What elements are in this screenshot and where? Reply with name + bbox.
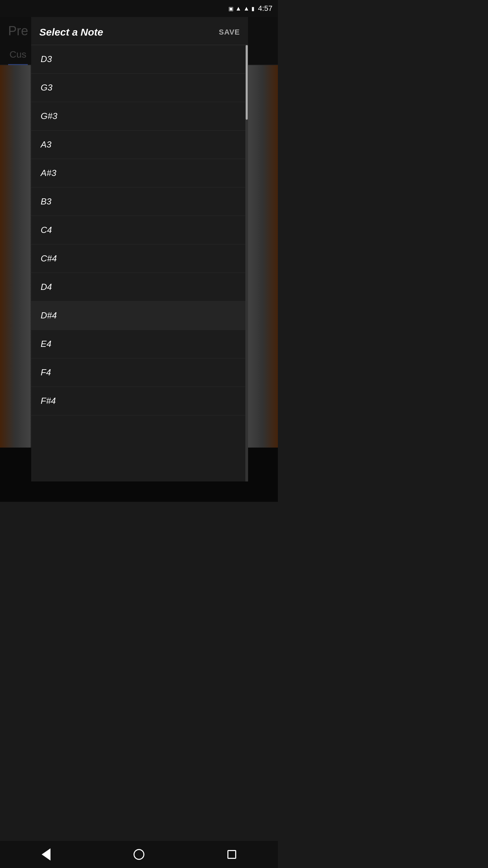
dialog-content: D3G3G#3A3A#3B3C4C#4D4D#4E4F4F#4 xyxy=(31,45,248,481)
note-item[interactable]: E4 xyxy=(31,330,245,358)
note-item[interactable]: C4 xyxy=(31,216,245,244)
note-item[interactable]: D4 xyxy=(31,273,245,301)
select-note-dialog: Select a Note SAVE D3G3G#3A3A#3B3C4C#4D4… xyxy=(31,17,248,481)
note-item[interactable]: A3 xyxy=(31,131,245,159)
status-icons: ▣ ▲ ▲ ▮ 4:57 xyxy=(228,4,272,13)
note-item[interactable]: F#4 xyxy=(31,387,245,415)
dialog-header: Select a Note SAVE xyxy=(31,17,248,45)
status-bar: ▣ ▲ ▲ ▮ 4:57 xyxy=(0,0,278,17)
note-item[interactable]: A#3 xyxy=(31,159,245,188)
scrollbar-track xyxy=(245,45,248,481)
notes-list[interactable]: D3G3G#3A3A#3B3C4C#4D4D#4E4F4F#4 xyxy=(31,45,245,481)
signal-icon: ▲ xyxy=(243,5,249,12)
note-item[interactable]: G3 xyxy=(31,74,245,102)
note-item[interactable]: F4 xyxy=(31,358,245,387)
note-item[interactable]: D#4 xyxy=(31,301,245,330)
dialog-title: Select a Note xyxy=(39,26,103,38)
note-item[interactable]: G#3 xyxy=(31,102,245,131)
wifi-icon: ▲ xyxy=(236,5,242,12)
note-item[interactable]: B3 xyxy=(31,188,245,216)
note-item[interactable]: D3 xyxy=(31,45,245,74)
status-time: 4:57 xyxy=(258,4,272,13)
sd-icon: ▣ xyxy=(228,5,233,12)
scrollbar-thumb[interactable] xyxy=(246,45,248,120)
save-button[interactable]: SAVE xyxy=(219,28,240,37)
battery-icon: ▮ xyxy=(251,5,255,12)
note-item[interactable]: C#4 xyxy=(31,244,245,273)
